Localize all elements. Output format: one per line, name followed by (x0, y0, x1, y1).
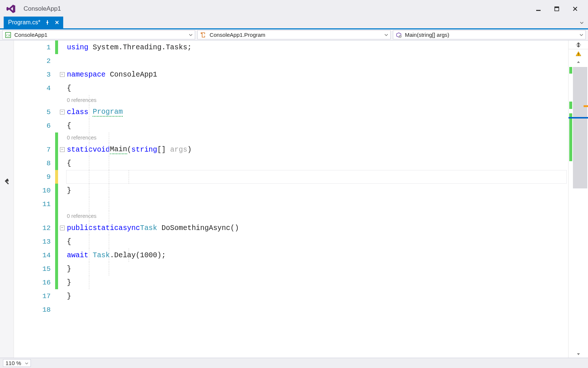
codelens-indicator[interactable]: 0 references (14, 211, 568, 221)
change-marker (569, 67, 572, 74)
member-selector-text: Main(string[] args) (405, 32, 449, 38)
code-line[interactable]: 5 − class Program (14, 105, 568, 119)
scroll-down-icon[interactable] (569, 350, 588, 358)
active-files-dropdown[interactable] (578, 19, 586, 27)
chevron-down-icon (384, 32, 388, 38)
window-title: ConsoleApp1 (24, 5, 61, 13)
svg-rect-10 (578, 53, 579, 54)
code-line[interactable]: 16 } (14, 276, 568, 289)
minimize-button[interactable] (529, 1, 548, 16)
svg-text:C#: C# (6, 33, 10, 37)
change-marker-unsaved (55, 170, 58, 184)
chevron-down-icon (25, 360, 28, 366)
project-selector[interactable]: C# ConsoleApp1 (2, 30, 195, 39)
pin-icon[interactable] (45, 20, 50, 25)
line-number: 16 (14, 279, 55, 287)
line-number: 17 (14, 292, 55, 300)
fold-toggle[interactable]: − (60, 110, 65, 114)
chevron-down-icon (189, 32, 193, 38)
overview-ruler[interactable] (569, 58, 588, 358)
change-marker (55, 40, 58, 54)
status-bar: 110 % (0, 358, 588, 368)
line-number: 3 (14, 71, 55, 79)
line-number: 11 (14, 200, 55, 208)
change-marker (569, 113, 572, 161)
indicator-margin[interactable] (0, 40, 14, 358)
fold-toggle[interactable]: − (60, 72, 65, 77)
maximize-button[interactable] (548, 1, 566, 16)
change-marker (569, 102, 572, 109)
line-number: 10 (14, 187, 55, 195)
code-line[interactable]: 7 − static void Main(string[] args) (14, 143, 568, 156)
class-icon (200, 32, 207, 38)
code-line[interactable]: 4 { (14, 81, 568, 95)
code-surface[interactable]: 1 using System.Threading.Tasks; 2 3 − na… (14, 40, 568, 358)
line-number: 14 (14, 251, 55, 259)
line-number: 8 (14, 159, 55, 167)
warning-summary-icon[interactable] (569, 49, 588, 58)
csharp-project-icon: C# (5, 32, 11, 38)
line-number: 13 (14, 238, 55, 246)
fold-toggle[interactable]: − (60, 147, 65, 152)
code-line[interactable]: 18 (14, 303, 568, 316)
line-number: 9 (14, 173, 55, 181)
code-line[interactable]: 8 { (14, 156, 568, 170)
title-bar: ConsoleApp1 (0, 0, 588, 18)
navigation-bar: C# ConsoleApp1 ConsoleApp1.Program Main(… (0, 29, 588, 40)
editor-right-margin (568, 40, 588, 358)
line-number: 6 (14, 122, 55, 130)
codelens-indicator[interactable]: 0 references (14, 95, 568, 105)
warning-marker (584, 105, 588, 107)
code-line[interactable]: 2 (14, 54, 568, 68)
project-selector-text: ConsoleApp1 (14, 32, 47, 38)
tab-label: Program.cs* (8, 19, 40, 26)
code-line[interactable]: 10 } (14, 184, 568, 197)
code-line[interactable]: 1 using System.Threading.Tasks; (14, 40, 568, 54)
line-number: 5 (14, 108, 55, 116)
zoom-level-selector[interactable]: 110 % (3, 359, 31, 367)
code-line[interactable]: 15 } (14, 262, 568, 276)
zoom-level-text: 110 % (6, 360, 21, 366)
code-editor[interactable]: 1 using System.Threading.Tasks; 2 3 − na… (0, 40, 588, 358)
code-line[interactable]: 13 { (14, 235, 568, 248)
chevron-down-icon (580, 32, 583, 38)
code-line[interactable]: 3 − namespace ConsoleApp1 (14, 68, 568, 81)
svg-rect-0 (536, 10, 541, 11)
split-grip-icon[interactable] (569, 40, 588, 49)
member-selector[interactable]: Main(string[] args) (393, 30, 586, 39)
scrollbar-track[interactable] (573, 67, 587, 188)
method-icon (395, 32, 402, 38)
type-selector[interactable]: ConsoleApp1.Program (197, 30, 390, 39)
document-tab-well: Program.cs* (0, 18, 588, 29)
code-line[interactable]: 14 await Task.Delay(1000); (14, 248, 568, 262)
quick-actions-icon[interactable] (4, 178, 12, 186)
svg-point-5 (201, 32, 202, 34)
code-line[interactable]: 11 (14, 197, 568, 211)
line-number: 7 (14, 146, 55, 154)
scroll-up-icon[interactable] (569, 58, 588, 66)
svg-rect-9 (576, 45, 581, 45)
caret-position-marker (569, 117, 588, 118)
line-number: 1 (14, 43, 55, 52)
code-line[interactable]: 6 { (14, 119, 568, 132)
close-button[interactable] (566, 1, 584, 16)
codelens-indicator[interactable]: 0 references (14, 132, 568, 143)
type-selector-text: ConsoleApp1.Program (209, 32, 265, 38)
svg-rect-2 (555, 7, 559, 8)
line-number: 2 (14, 57, 55, 65)
line-number: 12 (14, 224, 55, 232)
line-number: 4 (14, 84, 55, 92)
code-line-current[interactable]: 9 (14, 170, 568, 184)
fold-toggle[interactable]: − (60, 226, 65, 230)
code-line[interactable]: 17 } (14, 289, 568, 303)
code-line[interactable]: 12 − public static async Task DoSomethin… (14, 221, 568, 235)
tab-program-cs[interactable]: Program.cs* (4, 17, 63, 28)
svg-rect-11 (578, 55, 579, 56)
vs-logo-icon (5, 3, 17, 15)
close-tab-icon[interactable] (54, 20, 60, 25)
line-number: 18 (14, 306, 55, 314)
line-number: 15 (14, 265, 55, 273)
